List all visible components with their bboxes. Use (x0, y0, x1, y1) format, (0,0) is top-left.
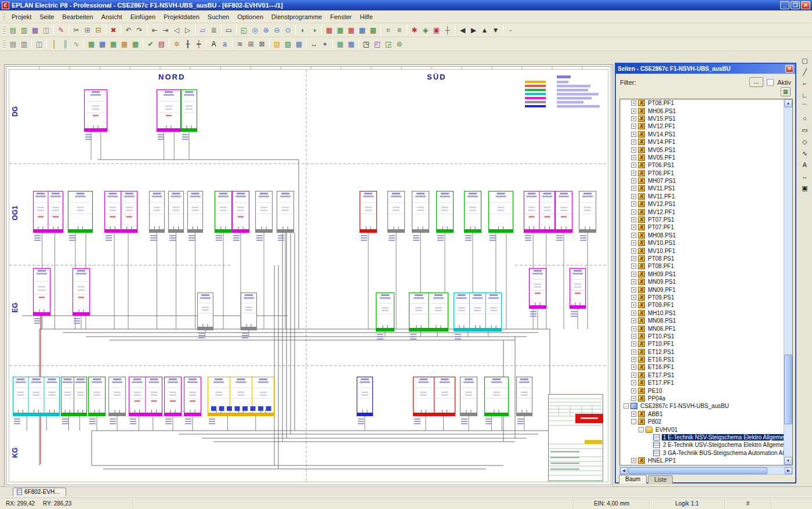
tree-item[interactable]: +XMV12.PF1 (620, 122, 784, 130)
expand-icon[interactable]: + (631, 373, 636, 378)
expand-icon[interactable]: + (631, 458, 636, 463)
klemmen-matrix-icon[interactable]: ▦ (86, 38, 97, 49)
expand-icon[interactable]: + (631, 326, 636, 331)
tree-item[interactable]: +XPT10.PF1 (620, 340, 784, 348)
distribution-panel-magenta[interactable] (129, 377, 162, 431)
panel-body[interactable] (437, 192, 454, 233)
tree-item[interactable]: +XET16.PS1 (620, 356, 784, 363)
panel-body[interactable] (256, 192, 273, 233)
pfeil-links-icon[interactable]: ◀ (457, 24, 468, 35)
menu-seite[interactable]: Seite (35, 12, 58, 22)
menu-projekt[interactable]: Projekt (8, 12, 35, 22)
tree-item[interactable]: +XPE10 (620, 387, 784, 394)
tree-item[interactable]: +XMN09.PS1 (620, 278, 784, 286)
panel-body[interactable] (188, 192, 203, 233)
minimize-button[interactable]: _ (780, 1, 789, 9)
expand-icon[interactable]: + (631, 100, 636, 106)
panel-body[interactable] (388, 192, 405, 233)
tree-item[interactable]: +XMV14.PS1 (620, 131, 784, 138)
betriebsmittelkasten-icon[interactable]: ▣ (431, 24, 442, 35)
eigenschaften-fenster-icon[interactable]: ◰ (372, 38, 383, 49)
bild-tool-icon[interactable]: ▣ (799, 182, 810, 193)
pfeil-rechts-icon[interactable]: ▶ (468, 24, 479, 35)
expand-icon[interactable]: + (631, 163, 636, 168)
tree-item[interactable]: +XMV11.PS1 (620, 185, 784, 192)
polygon-tool-icon[interactable]: ◇ (799, 136, 810, 147)
tree-item[interactable]: +XMN09.PF1 (620, 286, 784, 293)
raster-c-icon[interactable]: ▦ (346, 24, 357, 35)
close-button[interactable]: ✕ (801, 1, 810, 9)
expand-icon[interactable]: + (631, 256, 636, 261)
tree-item[interactable]: +XMH06.PS1 (620, 107, 784, 114)
suchlauf-icon[interactable]: ⊚ (394, 38, 405, 49)
meldungsverwaltung-icon[interactable]: ▤ (156, 38, 167, 49)
panel-body[interactable] (215, 192, 232, 233)
distribution-panel-gray[interactable] (150, 192, 165, 330)
toolbar-main-grip[interactable] (3, 26, 6, 35)
panel-body[interactable] (579, 192, 596, 233)
distribution-panel-red[interactable] (360, 192, 377, 330)
distribution-panel-green[interactable] (215, 192, 232, 330)
panel-body[interactable] (169, 192, 184, 233)
tree-item[interactable]: +XMV15.PS1 (620, 115, 784, 122)
distribution-panel-yellow[interactable] (208, 377, 274, 431)
distribution-panel-gray[interactable] (517, 377, 532, 431)
panel-body[interactable] (556, 192, 572, 233)
ausschneiden-icon[interactable]: ✂ (71, 24, 82, 35)
bogen-tool-icon[interactable]: ⌒ (799, 101, 810, 112)
tab-baum[interactable]: Baum (619, 475, 647, 483)
menu-ansicht[interactable]: Ansicht (97, 12, 126, 22)
panel-body[interactable] (489, 192, 513, 233)
navigator-fenster-icon[interactable]: ◲ (383, 38, 394, 49)
menu-einfügen[interactable]: Einfügen (126, 12, 160, 22)
menu-grip[interactable] (3, 12, 6, 21)
tree-item[interactable]: +XMH07.PS1 (620, 177, 784, 185)
distribution-panel-gray[interactable] (241, 293, 257, 339)
kabel-navigator-icon[interactable]: ║ (60, 38, 71, 49)
tree-item[interactable]: +XMV11.PF1 (620, 193, 784, 200)
distribution-panel-magenta[interactable] (184, 377, 201, 431)
tree-item[interactable]: +XPT08.PF1 (620, 262, 784, 270)
wiederherstellen-icon[interactable]: ↷ (134, 24, 145, 35)
expand-icon[interactable]: + (631, 334, 636, 339)
potential-navigator-icon[interactable]: ✲ (171, 38, 182, 49)
tree-item[interactable]: +XET17.PF1 (620, 379, 784, 387)
collapse-icon[interactable]: - (639, 427, 644, 432)
tree-item[interactable]: +XPT06.PF1 (620, 169, 784, 177)
tree-item[interactable]: +XMV12.PF1 (620, 208, 784, 215)
menu-bearbeiten[interactable]: Bearbeiten (58, 12, 97, 22)
distribution-panel-blue[interactable] (357, 377, 373, 431)
expand-icon[interactable]: + (631, 124, 636, 129)
projekt-eigenschaften-icon[interactable]: ◫ (41, 24, 52, 35)
tree-item[interactable]: +XET12.PS1 (620, 348, 784, 356)
distribution-panel-green[interactable] (61, 377, 87, 431)
expand-icon[interactable]: + (631, 302, 636, 308)
expand-icon[interactable]: + (631, 171, 636, 176)
winkel-tool-icon[interactable]: ∟ (799, 89, 810, 100)
schaltschrank-icon[interactable]: ▤ (8, 38, 19, 49)
expand-icon[interactable]: + (631, 132, 636, 137)
raster-d-icon[interactable]: ▦ (357, 24, 368, 35)
expand-icon[interactable]: + (631, 248, 636, 254)
seiten-navigator-icon[interactable]: ▧ (271, 38, 282, 49)
tree-item[interactable]: 3 GA-Technik BUS-Steigschema Automation … (620, 449, 784, 457)
toolbar-edit-grip[interactable] (3, 39, 6, 49)
distribution-panel-magenta[interactable] (570, 269, 586, 330)
distribution-panel-magenta[interactable] (34, 269, 50, 330)
tree-options-button[interactable]: ▦ (781, 87, 791, 96)
sprung-vor-icon[interactable]: ⇥ (160, 24, 171, 35)
aktiv-checkbox[interactable] (767, 79, 774, 86)
expand-icon[interactable]: + (631, 240, 636, 246)
scrollbar-thumb[interactable] (784, 355, 792, 424)
zoom-plus-icon[interactable]: ⊕ (260, 24, 271, 35)
tree-item[interactable]: +XPT10.PS1 (620, 333, 784, 340)
punkt-verdrahtung-icon[interactable]: ┿ (193, 38, 204, 49)
panel-body[interactable] (68, 192, 93, 233)
kopieren-icon[interactable]: ⊞ (82, 24, 93, 35)
ebenen-icon[interactable]: ≋ (234, 38, 245, 49)
fenstermakro-icon[interactable]: ◈ (420, 24, 431, 35)
linie-tool-icon[interactable]: ╱ (799, 66, 810, 77)
scroll-up-icon[interactable]: ▲ (784, 99, 792, 107)
distribution-panel-magenta[interactable] (530, 269, 546, 330)
tree-item[interactable]: +XMV10.PS1 (620, 239, 784, 247)
